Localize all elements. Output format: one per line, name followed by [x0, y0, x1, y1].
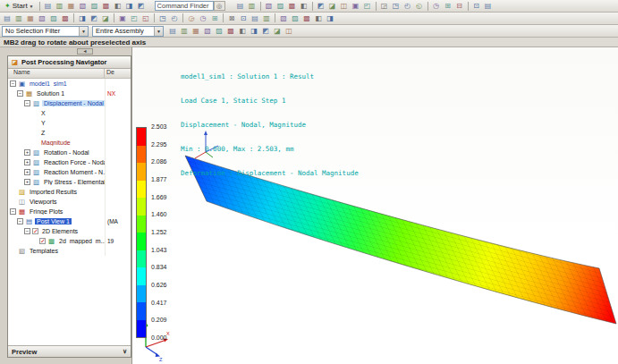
- isometric-icon[interactable]: ◰: [362, 1, 373, 11]
- chevron-down-icon[interactable]: ∨: [123, 348, 127, 355]
- end-point-icon[interactable]: ▥: [179, 26, 190, 36]
- wireframe-icon[interactable]: ◴: [402, 1, 413, 11]
- replace-view-icon[interactable]: ◷: [198, 13, 208, 23]
- new-icon[interactable]: ▤: [43, 1, 54, 11]
- chevron-down-icon[interactable]: ▼: [79, 27, 88, 36]
- tree-row-solution-1[interactable]: −▦Solution 1NX: [8, 89, 131, 98]
- snapshot-icon[interactable]: ⊞: [443, 1, 453, 11]
- binoculars-icon[interactable]: ◎: [214, 1, 225, 11]
- tree-row-ply-stress-elemental[interactable]: +▥Ply Stress - Elemental: [8, 177, 131, 187]
- new-layout-icon[interactable]: ◶: [186, 13, 197, 23]
- start-menu-button[interactable]: ✦ Start ▼: [2, 1, 37, 12]
- collapse-toggle-icon[interactable]: −: [24, 100, 30, 106]
- tree-row-model1-sim1[interactable]: −▣model1_sim1: [8, 79, 131, 89]
- help-icon[interactable]: ▤: [483, 1, 494, 11]
- pan-icon[interactable]: ▧: [37, 13, 47, 23]
- panel-collapse-handle[interactable]: ◄: [77, 48, 93, 55]
- bounded-plane-icon[interactable]: ◫: [284, 26, 294, 36]
- collapse-toggle-icon[interactable]: −: [10, 208, 16, 215]
- right-view-icon[interactable]: ◫: [339, 1, 350, 11]
- redo-icon[interactable]: ◩: [136, 1, 147, 11]
- wcs-dynamics-icon[interactable]: ◪: [100, 13, 111, 23]
- graphics-viewport[interactable]: Y X Z model1_sim1 : Solution 1 : Result …: [131, 47, 618, 364]
- high-quality-image-icon[interactable]: ◧: [313, 13, 324, 23]
- edit-section-icon[interactable]: ◳: [157, 13, 168, 23]
- invert-hidden-icon[interactable]: ▤: [250, 13, 260, 23]
- rotate-icon[interactable]: ▨: [48, 13, 59, 23]
- existing-point-icon[interactable]: ◨: [249, 26, 259, 36]
- snap-point-icon[interactable]: ▤: [167, 26, 178, 36]
- print-icon[interactable]: ▧: [78, 1, 89, 11]
- tree-row-imported-results[interactable]: ▨Imported Results: [8, 187, 131, 197]
- collapse-toggle-icon[interactable]: −: [10, 80, 16, 87]
- export-image-icon[interactable]: ▩: [301, 13, 312, 23]
- tree-row-displacement-nodal[interactable]: −▥Displacement - Nodal: [8, 98, 131, 108]
- zoom-icon[interactable]: ▦: [25, 13, 36, 23]
- tree-row-fringe-plots[interactable]: −▦Fringe Plots: [8, 207, 131, 216]
- control-point-icon[interactable]: ▧: [202, 26, 213, 36]
- quadrant-point-icon[interactable]: ◧: [237, 26, 248, 36]
- tree-row-post-view-1[interactable]: −▤Post View 1(MA: [8, 216, 131, 226]
- fit-view-icon[interactable]: ▥: [13, 13, 24, 23]
- point-on-curve-icon[interactable]: ◩: [260, 26, 271, 36]
- tree-row-rotation-nodal[interactable]: +▥Rotation - Nodal: [8, 148, 131, 157]
- zoom-in-icon[interactable]: ▧: [264, 1, 275, 11]
- immediate-hide-icon[interactable]: ⊡: [238, 13, 249, 23]
- column-header-name[interactable]: Name: [8, 69, 105, 78]
- save-icon[interactable]: ▦: [66, 1, 77, 11]
- studio-icon[interactable]: ◵: [414, 1, 425, 11]
- intersection-point-icon[interactable]: ▨: [214, 26, 224, 36]
- expand-toggle-icon[interactable]: +: [24, 169, 30, 175]
- undo-icon[interactable]: ◨: [124, 1, 135, 11]
- open-icon[interactable]: ▥: [55, 1, 65, 11]
- tree-row-z[interactable]: Z: [8, 128, 131, 138]
- background-icon[interactable]: ◱: [140, 13, 151, 23]
- show-hide-icon[interactable]: ⊠: [226, 13, 237, 23]
- shaded-icon[interactable]: ◳: [391, 1, 402, 11]
- move-object-icon[interactable]: ▧: [278, 13, 289, 23]
- visibility-checkbox[interactable]: ✓: [32, 228, 38, 234]
- collapse-toggle-icon[interactable]: −: [17, 90, 23, 97]
- trimetric-icon[interactable]: ▣: [351, 1, 361, 11]
- rotate-icon[interactable]: ◧: [299, 1, 309, 11]
- movie-icon[interactable]: ⊟: [454, 1, 465, 11]
- front-view-icon[interactable]: ◩: [316, 1, 326, 11]
- perspective-icon[interactable]: ▩: [60, 13, 71, 23]
- show-icon[interactable]: ▥: [261, 13, 272, 23]
- point-on-face-icon[interactable]: ◪: [272, 26, 283, 36]
- orient-view-icon[interactable]: ◨: [77, 13, 88, 23]
- window-icon[interactable]: ⊡: [471, 1, 482, 11]
- clip-section-icon[interactable]: ◴: [169, 13, 180, 23]
- set-wcs-icon[interactable]: ◩: [89, 13, 99, 23]
- snapshot-icon[interactable]: ▨: [290, 13, 301, 23]
- preview-section-bar[interactable]: Preview ∨: [8, 345, 131, 357]
- chevron-down-icon[interactable]: ▼: [154, 27, 163, 36]
- refresh-icon[interactable]: ▤: [235, 1, 246, 11]
- paste-icon[interactable]: ◧: [113, 1, 123, 11]
- visualization-preferences-icon[interactable]: ◰: [129, 13, 140, 23]
- tree-row-2d-mapped-m[interactable]: ✓▩2d_mapped_m...19: [8, 236, 131, 246]
- copy-icon[interactable]: ▩: [101, 1, 112, 11]
- expand-view-icon[interactable]: ⊞: [209, 13, 220, 23]
- selection-filter-dropdown[interactable]: No Selection Filter ▼: [2, 26, 89, 37]
- collapse-toggle-icon[interactable]: −: [17, 218, 23, 224]
- refresh-icon[interactable]: ▤: [2, 13, 13, 23]
- cut-icon[interactable]: ▨: [89, 1, 100, 11]
- preferences-icon[interactable]: ◨: [325, 13, 335, 23]
- show-hide-icon[interactable]: ◷: [431, 1, 442, 11]
- column-header-description[interactable]: De: [105, 69, 131, 78]
- expand-toggle-icon[interactable]: +: [24, 159, 30, 165]
- tree-row-viewports[interactable]: ◫Viewports: [8, 197, 131, 207]
- mid-point-icon[interactable]: ▦: [190, 26, 201, 36]
- top-view-icon[interactable]: ◪: [327, 1, 338, 11]
- tree-row-x[interactable]: X: [8, 108, 131, 118]
- fit-view-icon[interactable]: ▥: [247, 1, 258, 11]
- visibility-checkbox[interactable]: ✓: [39, 238, 46, 244]
- tree-row-reaction-force-nodal[interactable]: +▥Reaction Force - Nodal: [8, 157, 131, 167]
- collapse-toggle-icon[interactable]: −: [24, 228, 30, 234]
- pan-icon[interactable]: ▩: [287, 1, 298, 11]
- navigator-title-bar[interactable]: ◪ Post Processing Navigator: [8, 56, 131, 69]
- expand-toggle-icon[interactable]: +: [24, 149, 30, 156]
- arc-center-icon[interactable]: ▩: [225, 26, 236, 36]
- rendering-style-icon[interactable]: ▣: [117, 13, 128, 23]
